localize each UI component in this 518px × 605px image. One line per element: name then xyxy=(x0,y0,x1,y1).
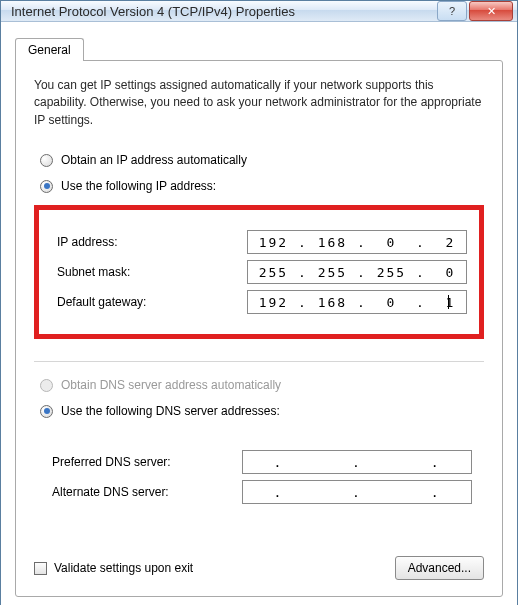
radio-icon xyxy=(40,180,53,193)
input-default-gateway[interactable] xyxy=(247,290,467,314)
dialog-body: General You can get IP settings assigned… xyxy=(1,22,517,605)
tab-panel-general: You can get IP settings assigned automat… xyxy=(15,60,503,597)
radio-ip-auto-label: Obtain an IP address automatically xyxy=(61,153,247,167)
label-subnet-mask: Subnet mask: xyxy=(57,265,247,279)
separator xyxy=(34,361,484,362)
radio-dns-manual-label: Use the following DNS server addresses: xyxy=(61,404,280,418)
window-title: Internet Protocol Version 4 (TCP/IPv4) P… xyxy=(11,4,435,19)
dialog-window: Internet Protocol Version 4 (TCP/IPv4) P… xyxy=(0,0,518,605)
radio-ip-manual-label: Use the following IP address: xyxy=(61,179,216,193)
checkbox-validate[interactable]: Validate settings upon exit xyxy=(34,561,193,575)
label-default-gateway: Default gateway: xyxy=(57,295,247,309)
advanced-button[interactable]: Advanced... xyxy=(395,556,484,580)
radio-icon xyxy=(40,405,53,418)
label-preferred-dns: Preferred DNS server: xyxy=(52,455,242,469)
radio-icon xyxy=(40,154,53,167)
bottom-row: Validate settings upon exit Advanced... xyxy=(34,556,484,580)
text-caret xyxy=(448,295,449,309)
row-ip-address: IP address: xyxy=(57,230,467,254)
checkbox-icon xyxy=(34,562,47,575)
row-subnet-mask: Subnet mask: xyxy=(57,260,467,284)
description-text: You can get IP settings assigned automat… xyxy=(34,77,484,129)
close-button[interactable]: ✕ xyxy=(469,1,513,21)
radio-icon xyxy=(40,379,53,392)
tab-general[interactable]: General xyxy=(15,38,84,61)
input-subnet-mask[interactable] xyxy=(247,260,467,284)
tab-general-label: General xyxy=(28,43,71,57)
window-controls: ? ✕ xyxy=(435,1,513,21)
radio-dns-manual[interactable]: Use the following DNS server addresses: xyxy=(40,404,484,418)
ip-fields-group: IP address: Subnet mask: Default gateway… xyxy=(34,205,484,339)
help-icon: ? xyxy=(449,5,455,17)
label-ip-address: IP address: xyxy=(57,235,247,249)
row-preferred-dns: Preferred DNS server: xyxy=(52,450,472,474)
input-ip-address[interactable] xyxy=(247,230,467,254)
radio-ip-manual[interactable]: Use the following IP address: xyxy=(40,179,484,193)
tabstrip: General xyxy=(15,36,503,60)
label-alternate-dns: Alternate DNS server: xyxy=(52,485,242,499)
dns-fields-group: Preferred DNS server: Alternate DNS serv… xyxy=(34,430,484,524)
radio-ip-auto[interactable]: Obtain an IP address automatically xyxy=(40,153,484,167)
checkbox-validate-label: Validate settings upon exit xyxy=(54,561,193,575)
input-alternate-dns[interactable] xyxy=(242,480,472,504)
radio-dns-auto-label: Obtain DNS server address automatically xyxy=(61,378,281,392)
advanced-button-label: Advanced... xyxy=(408,561,471,575)
titlebar: Internet Protocol Version 4 (TCP/IPv4) P… xyxy=(1,1,517,22)
row-alternate-dns: Alternate DNS server: xyxy=(52,480,472,504)
close-icon: ✕ xyxy=(487,5,496,18)
gateway-wrap xyxy=(247,290,467,314)
input-preferred-dns[interactable] xyxy=(242,450,472,474)
help-button[interactable]: ? xyxy=(437,1,467,21)
row-default-gateway: Default gateway: xyxy=(57,290,467,314)
radio-dns-auto: Obtain DNS server address automatically xyxy=(40,378,484,392)
